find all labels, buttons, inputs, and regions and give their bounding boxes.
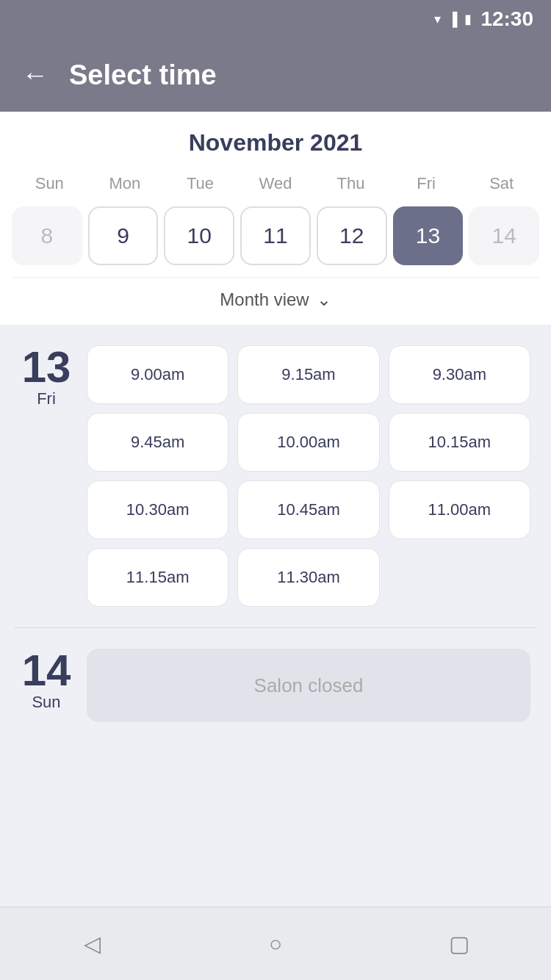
slots-grid-13: 9.00am9.15am9.30am9.45am10.00am10.15am10… [87,345,530,607]
back-nav-button[interactable]: ◁ [70,922,114,966]
timeslots-section: 13Fri9.00am9.15am9.30am9.45am10.00am10.1… [0,325,551,907]
status-icons: ▾ ▐ ▮ [434,11,472,27]
battery-icon: ▮ [464,11,472,27]
time-slot-1115am[interactable]: 11.15am [87,548,228,607]
day-number-block-13: 13Fri [21,345,72,607]
home-nav-icon: ○ [269,933,282,955]
date-cell-8[interactable]: 8 [12,206,82,265]
salon-closed-label: Salon closed [87,649,530,722]
time-slot-915am[interactable]: 9.15am [237,345,379,404]
back-nav-icon: ◁ [84,933,101,955]
time-slot-1130am[interactable]: 11.30am [237,548,379,607]
date-cell-12[interactable]: 12 [317,206,387,265]
bottom-nav: ◁ ○ ▢ [0,907,551,980]
app-header: ← Select time [0,38,551,112]
time-slot-945am[interactable]: 9.45am [87,413,228,472]
day-number: 14 [22,649,71,693]
time-slot-1000am[interactable]: 10.00am [237,413,379,472]
time-slot-1045am[interactable]: 10.45am [237,480,379,539]
date-cell-9[interactable]: 9 [88,206,159,265]
day-block-14: 14SunSalon closed [0,628,551,743]
back-button[interactable]: ← [22,62,48,88]
day-name: Sun [32,693,60,712]
day-number-block-14: 14Sun [21,649,72,722]
day-name: Fri [37,389,56,408]
date-cell-11[interactable]: 11 [240,206,311,265]
month-view-row[interactable]: Month view ⌄ [12,277,539,325]
page-title: Select time [69,60,217,91]
date-cell-13[interactable]: 13 [393,206,464,265]
time-slot-900am[interactable]: 9.00am [87,345,228,404]
day-header-fri: Fri [389,171,464,196]
time-slot-1030am[interactable]: 10.30am [87,480,228,539]
day-header-tue: Tue [162,171,238,196]
chevron-down-icon[interactable]: ⌄ [317,289,331,310]
day-block-13: 13Fri9.00am9.15am9.30am9.45am10.00am10.1… [0,325,551,627]
day-header-wed: Wed [238,171,314,196]
month-view-label[interactable]: Month view [220,289,309,310]
signal-icon: ▐ [448,12,458,27]
calendar-section: November 2021 SunMonTueWedThuFriSat 8910… [0,112,551,325]
time-slot-1100am[interactable]: 11.00am [389,480,530,539]
day-headers: SunMonTueWedThuFriSat [12,171,539,196]
day-header-mon: Mon [87,171,163,196]
day-number: 13 [22,345,71,389]
status-bar: ▾ ▐ ▮ 12:30 [0,0,551,38]
time-slot-1015am[interactable]: 10.15am [389,413,530,472]
recent-nav-button[interactable]: ▢ [437,922,481,966]
status-time: 12:30 [480,7,533,31]
date-cell-10[interactable]: 10 [164,206,234,265]
recent-nav-icon: ▢ [449,933,469,955]
home-nav-button[interactable]: ○ [253,922,298,966]
day-header-sat: Sat [464,171,539,196]
month-title: November 2021 [12,129,539,156]
day-header-thu: Thu [313,171,389,196]
day-header-sun: Sun [12,171,87,196]
wifi-icon: ▾ [434,11,441,27]
time-slot-930am[interactable]: 9.30am [389,345,530,404]
date-cell-14[interactable]: 14 [469,206,539,265]
date-row: 891011121314 [12,203,539,277]
